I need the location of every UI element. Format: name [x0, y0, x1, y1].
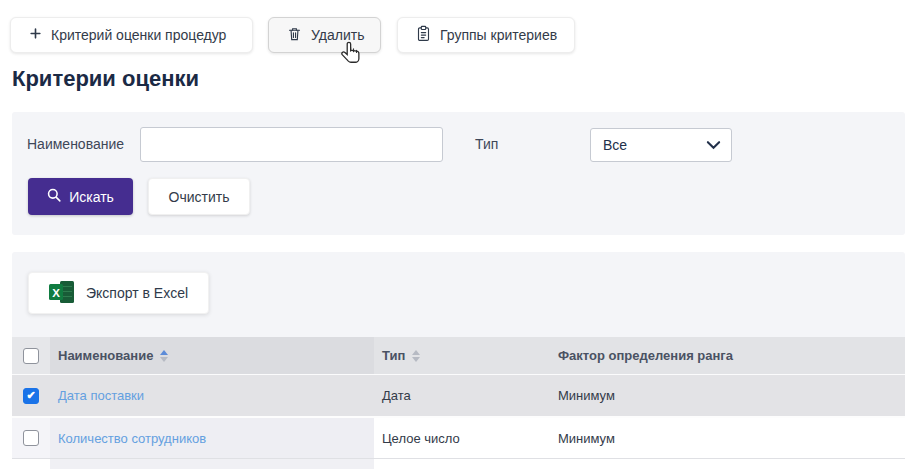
select-all-checkbox[interactable]	[23, 348, 39, 364]
sort-icon-name	[160, 350, 168, 362]
chevron-down-icon	[706, 137, 721, 153]
type-filter-selected-value: Все	[603, 137, 706, 153]
search-button-label: Искать	[69, 189, 114, 205]
export-excel-label: Экспорт в Excel	[86, 285, 188, 301]
column-header-type[interactable]: Тип	[374, 337, 550, 374]
criteria-groups-label: Группы критериев	[440, 27, 557, 43]
name-filter-input[interactable]	[140, 127, 443, 162]
add-criterion-button[interactable]: Критерий оценки процедур	[10, 17, 253, 53]
filter-panel: Наименование Тип Все Искать Очистить	[12, 112, 905, 235]
add-criterion-label: Критерий оценки процедур	[51, 27, 226, 43]
table-panel: X Экспорт в Excel Наименование Тип Ф	[12, 252, 905, 469]
table-row: Количество сотрудников Целое число Миним…	[12, 418, 905, 459]
row-factor-cell: Минимум	[550, 418, 905, 458]
table-row-partial	[12, 459, 905, 469]
export-excel-button[interactable]: X Экспорт в Excel	[28, 272, 209, 314]
plus-icon	[29, 27, 42, 43]
row-checkbox[interactable]	[23, 430, 39, 446]
table-header-row: Наименование Тип Фактор определения ранг…	[12, 337, 905, 375]
delete-label: Удалить	[311, 27, 364, 43]
row-name-link[interactable]: Дата поставки	[58, 388, 144, 403]
criteria-page: Критерий оценки процедур Удалить Группы …	[0, 0, 917, 469]
trash-icon	[287, 26, 302, 45]
clipboard-icon	[416, 25, 431, 45]
row-type-cell: Целое число	[374, 418, 550, 458]
column-header-name[interactable]: Наименование	[50, 337, 374, 374]
search-button[interactable]: Искать	[28, 178, 133, 215]
search-icon	[47, 188, 61, 205]
excel-icon: X	[49, 281, 75, 306]
row-type-cell: Дата	[374, 375, 550, 416]
row-name-link[interactable]: Количество сотрудников	[58, 431, 206, 446]
column-header-factor: Фактор определения ранга	[550, 337, 905, 374]
clear-button[interactable]: Очистить	[148, 178, 250, 215]
type-filter-label: Тип	[475, 127, 498, 162]
row-factor-cell: Минимум	[550, 375, 905, 416]
name-filter-label: Наименование	[27, 127, 124, 162]
criteria-table: Наименование Тип Фактор определения ранг…	[12, 337, 905, 469]
delete-button[interactable]: Удалить	[268, 17, 381, 53]
svg-text:X: X	[52, 286, 60, 298]
clear-button-label: Очистить	[169, 189, 230, 205]
table-row: Дата поставки Дата Минимум	[12, 375, 905, 418]
page-title: Критерии оценки	[12, 66, 199, 92]
type-filter-select[interactable]: Все	[590, 128, 732, 162]
sort-icon-type	[412, 350, 420, 362]
criteria-groups-button[interactable]: Группы критериев	[397, 17, 575, 53]
row-checkbox[interactable]	[23, 388, 39, 404]
